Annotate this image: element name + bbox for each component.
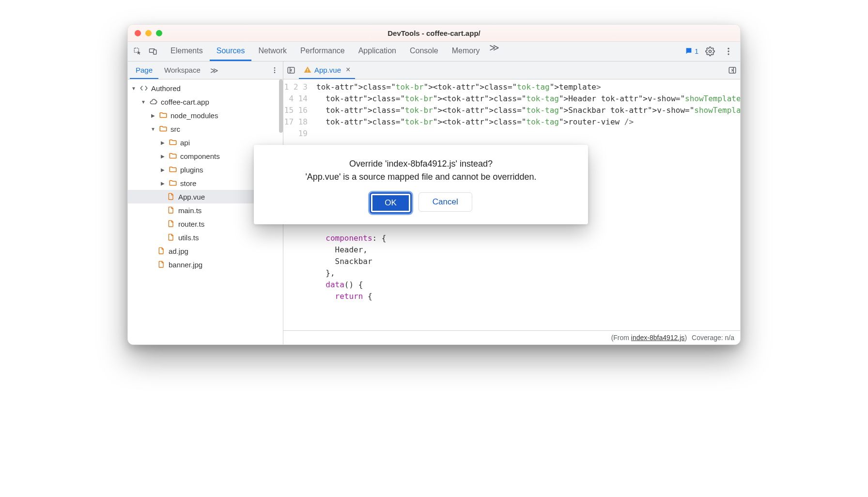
tab-application[interactable]: Application (352, 42, 403, 61)
issues-count: 1 (695, 47, 698, 55)
tree-file-label: utils.ts (178, 233, 199, 242)
file-icon (167, 192, 175, 201)
svg-rect-13 (307, 71, 308, 72)
expand-arrow-icon: ▼ (150, 126, 156, 132)
settings-icon[interactable] (703, 47, 717, 56)
sidebar-more-icon[interactable] (268, 62, 281, 79)
svg-point-6 (728, 53, 729, 55)
tree-file-label: banner.jpg (169, 261, 202, 269)
sidebar-tab-page[interactable]: Page (130, 62, 158, 79)
tab-elements[interactable]: Elements (164, 42, 210, 61)
expand-arrow-icon: ▶ (160, 167, 166, 172)
tree-file-utils-ts[interactable]: utils.ts (128, 231, 283, 244)
svg-point-7 (274, 67, 276, 69)
folder-icon (159, 111, 168, 120)
folder-icon (159, 124, 168, 133)
editor-tab-label: App.vue (314, 66, 341, 74)
expand-arrow-icon: ▶ (160, 140, 166, 145)
tree-file-label: ad.jpg (169, 247, 188, 255)
dialog-line-1: Override 'index-8bfa4912.js' instead? (264, 157, 578, 171)
sidebar-tabs-overflow[interactable]: ≫ (206, 62, 222, 79)
tab-performance[interactable]: Performance (294, 42, 352, 61)
toggle-debugger-icon[interactable] (725, 62, 740, 79)
folder-icon (169, 152, 177, 160)
tree-folder-node-modules[interactable]: ▶ node_modules (128, 109, 283, 122)
svg-point-9 (274, 72, 276, 73)
expand-arrow-icon: ▶ (160, 181, 166, 186)
file-icon (157, 260, 166, 269)
tree-folder-label: components (180, 152, 220, 160)
tree-scrollbar[interactable] (279, 79, 283, 133)
tree-file-label: main.ts (178, 206, 202, 215)
tree-folder-label: api (180, 139, 190, 147)
tree-root-authored[interactable]: ▼ Authored (128, 81, 283, 95)
expand-arrow-icon: ▼ (140, 99, 146, 105)
svg-rect-2 (154, 50, 156, 54)
inspect-element-icon[interactable] (130, 42, 145, 61)
file-icon (167, 233, 175, 242)
source-map-from: (From index-8bfa4912.js) (611, 334, 687, 342)
tree-file-ad-jpg[interactable]: ad.jpg (128, 244, 283, 258)
tab-memory[interactable]: Memory (445, 42, 487, 61)
tab-network[interactable]: Network (251, 42, 294, 61)
dialog-message: Override 'index-8bfa4912.js' instead? 'A… (264, 157, 578, 184)
svg-rect-12 (307, 69, 308, 71)
file-icon (167, 206, 175, 215)
editor-statusbar: (From index-8bfa4912.js) Coverage: n/a (283, 330, 740, 344)
tree-domain[interactable]: ▼ coffee-cart.app (128, 95, 283, 109)
toggle-navigator-icon[interactable] (283, 62, 299, 79)
tree-folder-label: node_modules (170, 111, 218, 120)
svg-point-8 (274, 70, 276, 71)
tab-sources[interactable]: Sources (210, 42, 252, 61)
expand-arrow-icon: ▼ (131, 86, 137, 91)
expand-arrow-icon: ▶ (150, 113, 156, 118)
panel-tabs-toolbar: Elements Sources Network Performance App… (128, 42, 740, 62)
warning-icon (304, 66, 311, 74)
more-options-icon[interactable] (722, 47, 735, 56)
sidebar-tabs: Page Workspace ≫ (128, 62, 283, 79)
coverage-label: Coverage: n/a (692, 334, 734, 342)
expand-arrow-icon: ▶ (160, 154, 166, 159)
tree-file-label: App.vue (178, 193, 205, 201)
sidebar-tab-workspace[interactable]: Workspace (158, 62, 206, 79)
panel-tabs: Elements Sources Network Performance App… (164, 42, 486, 61)
device-toolbar-icon[interactable] (145, 42, 161, 61)
tree-folder-label: src (170, 125, 180, 133)
editor-tab-app-vue[interactable]: App.vue × (299, 62, 355, 79)
ok-button[interactable]: OK (370, 192, 412, 214)
cancel-button[interactable]: Cancel (418, 192, 472, 212)
editor-tabs: App.vue × (283, 62, 740, 79)
file-icon (167, 219, 175, 228)
dialog-line-2: 'App.vue' is a source mapped file and ca… (264, 171, 578, 184)
file-icon (157, 247, 166, 255)
tree-file-label: router.ts (178, 220, 204, 228)
panel-tabs-overflow[interactable]: ≫ (486, 42, 502, 61)
close-tab-icon[interactable]: × (346, 65, 350, 74)
source-map-link[interactable]: index-8bfa4912.js (631, 334, 685, 342)
folder-icon (169, 179, 177, 187)
tree-folder-label: store (180, 179, 196, 187)
tree-folder-src[interactable]: ▼ src (128, 122, 283, 136)
folder-icon (169, 138, 177, 147)
devtools-window: DevTools - coffee-cart.app/ Elements Sou… (127, 24, 741, 345)
window-title: DevTools - coffee-cart.app/ (128, 29, 740, 37)
override-confirm-dialog: Override 'index-8bfa4912.js' instead? 'A… (254, 145, 588, 224)
authored-icon (140, 84, 148, 93)
cloud-icon (149, 97, 158, 106)
svg-point-5 (728, 50, 729, 52)
tree-folder-label: plugins (180, 166, 203, 174)
folder-icon (169, 165, 177, 174)
issues-badge[interactable]: 1 (685, 47, 698, 55)
tree-domain-label: coffee-cart.app (161, 98, 209, 106)
tab-console[interactable]: Console (403, 42, 445, 61)
svg-point-4 (728, 48, 729, 49)
svg-point-3 (709, 50, 712, 53)
tree-root-label: Authored (151, 84, 181, 93)
titlebar: DevTools - coffee-cart.app/ (128, 25, 740, 42)
tree-file-banner-jpg[interactable]: banner.jpg (128, 258, 283, 271)
